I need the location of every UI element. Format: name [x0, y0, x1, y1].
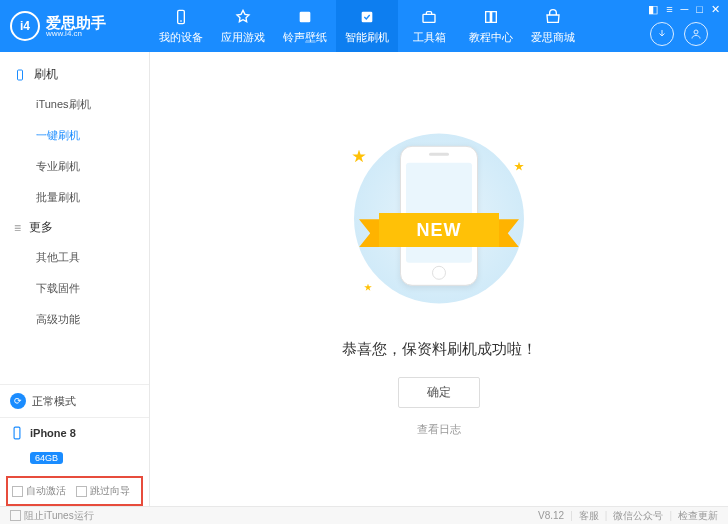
brand-url: www.i4.cn	[46, 30, 106, 38]
refresh-icon: ⟳	[10, 393, 26, 409]
ok-button[interactable]: 确定	[398, 377, 480, 408]
sidebar-item-itunes-flash[interactable]: iTunes刷机	[0, 89, 149, 120]
update-link[interactable]: 检查更新	[678, 509, 718, 523]
tab-mall[interactable]: 爱思商城	[522, 0, 584, 52]
tab-toolbox[interactable]: 工具箱	[398, 0, 460, 52]
logo-icon: i4	[10, 11, 40, 41]
menu-icon[interactable]: ≡	[666, 3, 672, 16]
device-info[interactable]: iPhone 8 64GB	[0, 417, 149, 472]
sidebar-item-batch-flash[interactable]: 批量刷机	[0, 182, 149, 213]
wechat-link[interactable]: 微信公众号	[613, 509, 663, 523]
svg-rect-0	[178, 10, 185, 23]
storage-badge: 64GB	[30, 452, 63, 464]
view-log-link[interactable]: 查看日志	[417, 422, 461, 437]
logo-area: i4 爱思助手 www.i4.cn	[0, 11, 150, 41]
close-icon[interactable]: ✕	[711, 3, 720, 16]
toolbox-icon	[420, 8, 438, 26]
media-icon	[296, 8, 314, 26]
success-message: 恭喜您，保资料刷机成功啦！	[342, 340, 537, 359]
svg-rect-6	[18, 70, 23, 80]
sidebar-section-more[interactable]: ≡ 更多	[0, 213, 149, 242]
apps-icon	[234, 8, 252, 26]
nav-tabs: 我的设备 应用游戏 铃声壁纸 智能刷机 工具箱 教程中心 爱思商城	[150, 0, 584, 52]
checkbox-auto-activate[interactable]: 自动激活	[12, 484, 66, 498]
svg-rect-3	[362, 11, 373, 22]
tab-flash[interactable]: 智能刷机	[336, 0, 398, 52]
list-icon: ≡	[14, 221, 21, 235]
download-icon[interactable]	[650, 22, 674, 46]
phone-icon	[172, 8, 190, 26]
support-link[interactable]: 客服	[579, 509, 599, 523]
sidebar-item-pro-flash[interactable]: 专业刷机	[0, 151, 149, 182]
tab-ringtones[interactable]: 铃声壁纸	[274, 0, 336, 52]
tab-apps[interactable]: 应用游戏	[212, 0, 274, 52]
brand-name: 爱思助手	[46, 15, 106, 30]
shop-icon	[544, 8, 562, 26]
svg-rect-4	[423, 14, 435, 22]
checkbox-skip-guide[interactable]: 跳过向导	[76, 484, 130, 498]
window-controls: ◧ ≡ ─ □ ✕	[648, 3, 720, 16]
status-mode[interactable]: ⟳ 正常模式	[0, 384, 149, 417]
sidebar: 刷机 iTunes刷机 一键刷机 专业刷机 批量刷机 ≡ 更多 其他工具 下载固…	[0, 52, 150, 506]
bottom-options-highlighted: 自动激活 跳过向导	[6, 476, 143, 506]
status-bar: 阻止iTunes运行 V8.12| 客服| 微信公众号| 检查更新	[0, 506, 728, 524]
sidebar-item-oneclick-flash[interactable]: 一键刷机	[0, 120, 149, 151]
svg-rect-7	[14, 427, 20, 439]
sidebar-item-download-fw[interactable]: 下载固件	[0, 273, 149, 304]
shirt-icon[interactable]: ◧	[648, 3, 658, 16]
new-ribbon: NEW	[379, 213, 499, 247]
sidebar-section-flash[interactable]: 刷机	[0, 60, 149, 89]
svg-rect-2	[300, 11, 311, 22]
title-bar: i4 爱思助手 www.i4.cn 我的设备 应用游戏 铃声壁纸 智能刷机 工具…	[0, 0, 728, 52]
success-illustration: NEW	[324, 132, 554, 322]
tab-my-device[interactable]: 我的设备	[150, 0, 212, 52]
main-content: NEW 恭喜您，保资料刷机成功啦！ 确定 查看日志	[150, 52, 728, 506]
sidebar-item-other-tools[interactable]: 其他工具	[0, 242, 149, 273]
svg-point-5	[694, 30, 698, 34]
maximize-icon[interactable]: □	[696, 3, 703, 16]
checkbox-block-itunes[interactable]: 阻止iTunes运行	[10, 509, 94, 523]
phone-outline-icon	[14, 69, 26, 81]
book-icon	[482, 8, 500, 26]
user-icon[interactable]	[684, 22, 708, 46]
device-phone-icon	[10, 426, 24, 440]
version-label: V8.12	[538, 510, 564, 521]
tab-tutorials[interactable]: 教程中心	[460, 0, 522, 52]
minimize-icon[interactable]: ─	[681, 3, 689, 16]
flash-icon	[358, 8, 376, 26]
sidebar-item-advanced[interactable]: 高级功能	[0, 304, 149, 335]
